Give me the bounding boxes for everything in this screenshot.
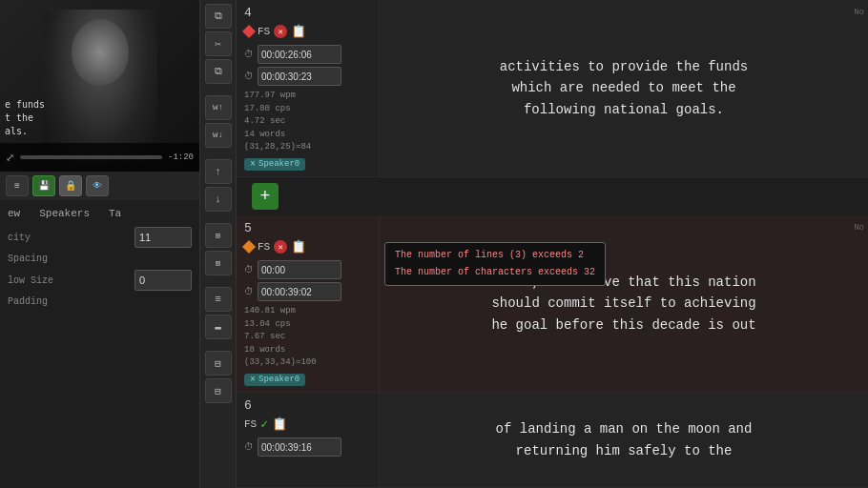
- time-out-row-5: ⏱: [244, 282, 371, 301]
- speaker-x-5[interactable]: ×: [250, 375, 256, 385]
- equals-btn[interactable]: ≡: [205, 287, 232, 312]
- main-content: 4 FS ✕ 📋 ⏱ ⏱ 177.97 wpm 17.80 cps 4.72 s…: [237, 0, 868, 488]
- input-city[interactable]: [134, 227, 192, 248]
- subtitle-meta-4: 4 FS ✕ 📋 ⏱ ⏱ 177.97 wpm 17.80 cps 4.72 s…: [237, 0, 380, 176]
- settings-tabs: ew Speakers Ta: [8, 208, 192, 219]
- label-city: city: [8, 233, 31, 243]
- video-area: e funds t the als. ⤢ -1:20: [0, 0, 199, 172]
- cut-btn[interactable]: ✂: [205, 31, 232, 56]
- tab-view[interactable]: ew: [8, 208, 20, 219]
- time-in-row-6: ⏱: [244, 437, 371, 457]
- external-link-icon[interactable]: ⤢: [6, 152, 14, 164]
- minus-top-btn[interactable]: ⊟: [205, 351, 232, 376]
- tab-ta[interactable]: Ta: [109, 208, 121, 219]
- minus-bottom-btn[interactable]: ⊟: [205, 378, 232, 403]
- lock-btn[interactable]: 🔒: [59, 175, 82, 196]
- time-out-input-4[interactable]: [258, 67, 341, 86]
- note-icon-5[interactable]: 📋: [291, 239, 306, 254]
- clock-icon-in-4: ⏱: [244, 49, 254, 60]
- tooltip-5: The number of lines (3) exceeds 2 The nu…: [384, 242, 606, 286]
- block-controls-6: FS ✓ 📋: [244, 417, 371, 432]
- w-down-btn[interactable]: w↓: [205, 123, 232, 148]
- w-up-btn[interactable]: w↑: [205, 95, 232, 120]
- split-btn[interactable]: ⊞: [205, 223, 232, 248]
- video-controls: ⤢ -1:20: [0, 143, 199, 172]
- input-lowsize[interactable]: [134, 270, 192, 291]
- block-controls-4: FS ✕ 📋: [244, 24, 371, 39]
- merge-x-btn[interactable]: ⊠: [205, 251, 232, 275]
- label-lowsize: low Size: [8, 275, 53, 286]
- stats-5: 140.81 wpm 13.04 cps 7.67 sec 18 words (…: [244, 305, 371, 370]
- subtitle-meta-6: 6 FS ✓ 📋 ⏱: [237, 393, 380, 487]
- no-label-5: No: [854, 223, 864, 233]
- settings-row-spacing: Spacing: [8, 254, 192, 264]
- subtitle-text-area-6: of landing a man on the moon andreturnin…: [380, 393, 868, 487]
- label-spacing: Spacing: [8, 254, 48, 264]
- stats-4: 177.97 wpm 17.80 cps 4.72 sec 14 words (…: [244, 90, 371, 154]
- tooltip-line1: The number of lines (3) exceeds 2: [395, 247, 595, 264]
- note-icon-4[interactable]: 📋: [291, 24, 306, 39]
- video-person: [43, 10, 157, 162]
- label-padding: Padding: [8, 296, 48, 307]
- subtitle-block-6: 6 FS ✓ 📋 ⏱ of landing a man on the moon …: [237, 393, 868, 488]
- note-icon-6[interactable]: 📋: [272, 417, 287, 432]
- tab-speakers[interactable]: Speakers: [39, 208, 90, 219]
- clock-icon-in-6: ⏱: [244, 441, 254, 453]
- visibility-btn[interactable]: 👁: [86, 175, 109, 196]
- clock-icon-in-5: ⏱: [244, 264, 254, 275]
- fs-label-6: FS: [244, 418, 257, 430]
- no-label-4: No: [854, 8, 864, 17]
- subtitle-meta-5: 5 FS ✕ 📋 ⏱ ⏱ 140.81 wpm 13.04 cps 7.67 s…: [237, 215, 380, 392]
- settings-row-city: city: [8, 227, 192, 248]
- tooltip-line2: The number of characters exceeds 32: [395, 264, 595, 281]
- speaker-x-4[interactable]: ×: [250, 159, 256, 170]
- subtitle-text-4: activities to provide the fundswhich are…: [395, 56, 853, 120]
- copy-bottom-btn[interactable]: ⧉: [205, 59, 232, 84]
- time-in-row-5: ⏱: [244, 260, 371, 279]
- time-out-input-5[interactable]: [258, 282, 341, 301]
- check-icon-6: ✓: [260, 417, 268, 432]
- block-number-4: 4: [244, 6, 371, 20]
- error-diamond-icon-5: [242, 240, 256, 254]
- speaker-name-4: Speaker0: [258, 159, 300, 169]
- fs-label-5: FS: [258, 241, 270, 253]
- save-btn[interactable]: 💾: [32, 175, 55, 196]
- settings-row-padding: Padding: [8, 296, 192, 307]
- add-block-btn[interactable]: +: [252, 183, 279, 210]
- subtitle-text-area-4: activities to provide the fundswhich are…: [380, 0, 868, 176]
- time-in-row-4: ⏱: [244, 45, 371, 64]
- fs-label-4: FS: [258, 26, 270, 37]
- subtitle-block-5: 5 FS ✕ 📋 ⏱ ⏱ 140.81 wpm 13.04 cps 7.67 s…: [237, 215, 868, 393]
- time-in-input-5[interactable]: [258, 260, 341, 279]
- a-down-btn[interactable]: ↓: [205, 187, 232, 212]
- settings-row-lowsize: low Size: [8, 270, 192, 291]
- block-controls-5: FS ✕ 📋: [244, 239, 371, 254]
- speaker-badge-5: × Speaker0: [244, 374, 305, 386]
- block-number-6: 6: [244, 398, 371, 413]
- middle-toolbar: ⧉ ✂ ⧉ w↑ w↓ ↑ ↓ ⊞ ⊠ ≡ ▬ ⊟ ⊟: [200, 0, 237, 488]
- left-panel: e funds t the als. ⤢ -1:20 ≡ 💾 🔒 👁 ew Sp…: [0, 0, 200, 488]
- progress-bar[interactable]: [20, 155, 162, 159]
- time-in-input-6[interactable]: [258, 437, 341, 457]
- time-out-row-4: ⏱: [244, 67, 371, 86]
- a-up-btn[interactable]: ↑: [205, 159, 232, 184]
- close-icon-4[interactable]: ✕: [274, 25, 287, 38]
- subtitle-text-6: of landing a man on the moon andreturnin…: [395, 418, 853, 461]
- video-text-overlay: e funds t the als.: [5, 98, 45, 138]
- error-diamond-icon-4: [242, 25, 256, 38]
- bars-btn[interactable]: ▬: [205, 315, 232, 339]
- speaker-badge-4: × Speaker0: [244, 158, 305, 171]
- playback-controls: ≡ 💾 🔒 👁: [0, 172, 199, 200]
- close-icon-5[interactable]: ✕: [274, 240, 287, 254]
- time-in-input-4[interactable]: [258, 45, 341, 64]
- clock-icon-out-5: ⏱: [244, 286, 254, 297]
- settings-panel: ew Speakers Ta city Spacing low Size Pad…: [0, 200, 199, 488]
- copy-top-btn[interactable]: ⧉: [205, 4, 232, 29]
- block-number-5: 5: [244, 221, 371, 235]
- subtitle-block-4: 4 FS ✕ 📋 ⏱ ⏱ 177.97 wpm 17.80 cps 4.72 s…: [237, 0, 868, 177]
- speaker-name-5: Speaker0: [258, 375, 300, 384]
- subtitle-toggle-btn[interactable]: ≡: [6, 175, 29, 196]
- time-display: -1:20: [168, 152, 194, 162]
- clock-icon-out-4: ⏱: [244, 71, 254, 82]
